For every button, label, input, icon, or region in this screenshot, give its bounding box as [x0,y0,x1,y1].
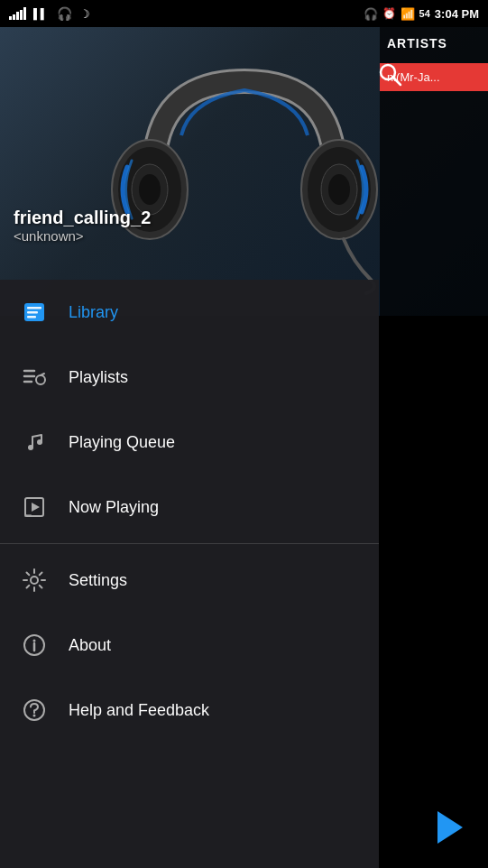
help-feedback-label: Help and Feedback [69,701,209,720]
menu-divider [0,543,379,544]
help-icon [18,694,51,726]
library-label: Library [69,303,118,322]
wifi-icon: 📶 [401,7,415,21]
about-icon [18,629,51,661]
track-info: friend_calling_2 <unknown> [14,208,151,244]
time-display: 3:04 PM [435,7,479,21]
sidebar-item-now-playing[interactable]: Now Playing [0,475,379,540]
svg-point-19 [28,445,33,450]
right-panel: ARTISTS ni(Mr-Ja... [380,27,488,868]
sidebar-item-playlists[interactable]: Playlists [0,345,379,410]
signal-bars-icon [9,7,26,20]
artist-name: <unknown> [14,228,151,244]
battery-level: 54 [419,8,430,19]
search-icon [377,61,402,87]
sidebar-item-playing-queue[interactable]: Playing Queue [0,410,379,475]
svg-point-23 [31,577,38,584]
navigation-drawer: Library Playlists Playing Queue [0,280,379,868]
sidebar-item-help-feedback[interactable]: Help and Feedback [0,678,379,743]
svg-line-9 [393,78,401,85]
playlists-icon [18,361,51,393]
carrier-signal-icon: ▌▌ [33,8,48,19]
svg-rect-13 [27,316,36,319]
playing-queue-icon [18,426,51,458]
headphones-image [100,45,389,298]
svg-point-3 [139,174,161,205]
svg-point-7 [328,174,350,205]
playing-queue-label: Playing Queue [69,433,175,452]
sidebar-item-library[interactable]: Library [0,280,379,345]
settings-label: Settings [69,571,127,590]
status-left: ▌▌ 🎧 ☽ [9,6,90,21]
status-bar: ▌▌ 🎧 ☽ 🎧 ⏰ 📶 54 3:04 PM [0,0,488,27]
headphone-center-icon: 🎧 [364,7,378,21]
sidebar-item-settings[interactable]: Settings [0,548,379,613]
svg-line-18 [41,374,44,375]
now-playing-icon [18,491,51,523]
play-button[interactable] [425,805,470,850]
svg-point-17 [36,375,45,384]
track-name: friend_calling_2 [14,208,151,228]
sidebar-item-about[interactable]: About [0,613,379,678]
headphone-status-icon: 🎧 [57,6,72,21]
status-right: 🎧 ⏰ 📶 54 3:04 PM [364,7,479,21]
alarm-icon: ⏰ [382,7,396,20]
about-label: About [69,636,111,655]
now-playing-label: Now Playing [69,498,159,517]
library-icon [18,296,51,328]
svg-point-20 [37,439,42,445]
svg-rect-22 [24,514,32,517]
settings-icon [18,564,51,596]
moon-icon: ☽ [79,7,90,21]
svg-point-26 [33,640,36,642]
artists-label: ARTISTS [380,27,488,60]
svg-point-28 [33,715,36,717]
svg-rect-12 [27,311,38,314]
playlists-label: Playlists [69,368,128,387]
svg-rect-11 [27,307,41,309]
play-triangle-icon [437,811,463,844]
search-button[interactable] [377,61,402,90]
